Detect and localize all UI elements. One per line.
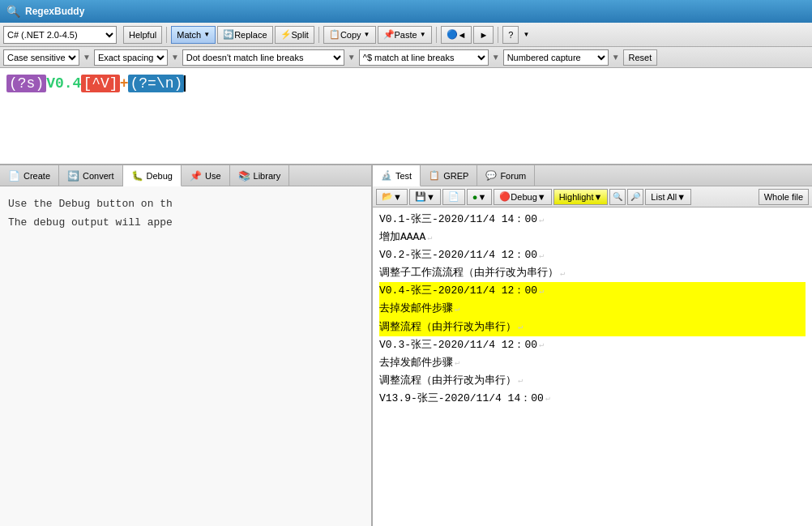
split-icon: ⚡	[280, 29, 292, 40]
split-button[interactable]: ⚡ Split	[275, 26, 314, 44]
separator3	[436, 27, 437, 43]
list-item: V13.9-张三-2020/11/4 14：00↵	[379, 390, 806, 408]
whole-file-button[interactable]: Whole file	[759, 189, 809, 205]
run-button[interactable]: ●▼	[467, 189, 493, 205]
toolbar-options: Case sensitive ▼ Exact spacing ▼ Dot doe…	[0, 47, 812, 68]
regex-content: (?s)V0.4[^V]+(?=\n)	[6, 75, 806, 92]
list-item: 去掉发邮件步骤↵	[379, 354, 806, 372]
file-save-button[interactable]: 💾▼	[409, 189, 441, 205]
case-select[interactable]: Case sensitive	[3, 49, 79, 66]
file-open-icon: 📂	[382, 191, 393, 202]
help-button[interactable]: ?	[502, 26, 519, 44]
tab-forum[interactable]: 💬 Forum	[477, 165, 535, 186]
tab-convert[interactable]: 🔄 Convert	[59, 165, 123, 186]
title-bar: 🔍 RegexBuddy	[0, 0, 812, 23]
right-panel: 🔬 Test 📋 GREP 💬 Forum 📂▼ 💾▼ 📄	[373, 165, 812, 526]
nav-prev-button[interactable]: 🔵 ◄	[441, 26, 472, 44]
list-item: V0.2-张三-2020/11/4 12：00↵	[379, 246, 806, 264]
tab-debug[interactable]: 🐛 Debug	[123, 165, 182, 186]
replace-button[interactable]: 🔄 Replace	[217, 26, 272, 44]
file-new-button[interactable]: 📄	[442, 189, 465, 205]
highlight-button[interactable]: Highlight▼	[553, 189, 609, 205]
replace-icon: 🔄	[223, 29, 234, 40]
paste-button[interactable]: 📌 Paste ▼	[378, 26, 432, 44]
helpful-button[interactable]: Helpful	[123, 26, 162, 44]
line-end-marker: ↵	[518, 374, 523, 387]
dot-select[interactable]: Dot doesn't match line breaks	[182, 49, 344, 66]
separator2	[318, 27, 319, 43]
tab-use[interactable]: 📌 Use	[182, 165, 230, 186]
separator4	[498, 27, 498, 43]
list-item: 去掉发邮件步骤↵	[379, 300, 806, 318]
capture-select[interactable]: Numbered capture	[503, 49, 609, 66]
right-toolbar: 📂▼ 💾▼ 📄 ●▼ 🔴 Debug▼ Highlight▼ 🔍	[373, 186, 812, 207]
list-item: 增加AAAA↵	[379, 229, 806, 246]
zoom-in-button[interactable]: 🔍	[609, 189, 626, 205]
test-content[interactable]: V0.1-张三-2020/11/4 14：00↵增加AAAA↵V0.2-张三-2…	[373, 207, 812, 526]
debug-line2: The debug output will appe	[8, 213, 363, 232]
line-end-marker: ↵	[539, 249, 544, 263]
magnify-plus-icon: 🔍	[613, 192, 622, 201]
breaks-select[interactable]: ^$ match at line breaks	[359, 49, 489, 66]
regex-plus: +	[120, 75, 129, 92]
file-new-icon: 📄	[448, 191, 459, 202]
regex-flag: (?s)	[6, 75, 46, 92]
spacing-select[interactable]: Exact spacing	[94, 49, 168, 66]
debug-run-button[interactable]: 🔴 Debug▼	[494, 189, 551, 205]
run-icon: ●	[472, 192, 478, 202]
debug-icon: 🐛	[131, 170, 143, 182]
list-item: 调整流程（由并行改为串行）↵	[379, 372, 806, 390]
nav-next-button[interactable]: ►	[473, 26, 494, 44]
app-title: RegexBuddy	[25, 6, 84, 17]
copy-icon: 📋	[329, 29, 340, 40]
test-icon: 🔬	[381, 170, 392, 181]
tab-create[interactable]: 📄 Create	[0, 165, 59, 186]
convert-icon: 🔄	[67, 170, 79, 182]
list-item: V0.1-张三-2020/11/4 14：00↵	[379, 211, 806, 229]
right-tabs: 🔬 Test 📋 GREP 💬 Forum	[373, 165, 812, 186]
line-end-marker: ↵	[455, 302, 459, 316]
list-item: V0.4-张三-2020/11/4 12：00↵	[379, 282, 806, 300]
regex-lookahead: (?=\n)	[128, 75, 184, 92]
use-icon: 📌	[190, 170, 202, 182]
create-icon: 📄	[8, 170, 20, 182]
line-end-marker: ↵	[539, 213, 544, 227]
line-end-marker: ↵	[560, 267, 565, 280]
line-end-marker: ↵	[539, 284, 544, 298]
file-open-button[interactable]: 📂▼	[376, 189, 408, 205]
tab-library[interactable]: 📚 Library	[230, 165, 290, 186]
app-icon: 🔍	[6, 5, 20, 18]
magnify-minus-icon: 🔎	[630, 192, 640, 201]
debug-line1: Use the Debug button on th	[8, 195, 363, 213]
grep-icon: 📋	[429, 170, 440, 181]
match-button[interactable]: Match ▼	[171, 26, 216, 44]
zoom-out-button[interactable]: 🔎	[627, 189, 643, 205]
file-save-icon: 💾	[415, 191, 426, 202]
copy-button[interactable]: 📋 Copy ▼	[323, 26, 376, 44]
line-end-marker: ↵	[455, 356, 459, 370]
tab-test[interactable]: 🔬 Test	[373, 165, 421, 186]
language-select[interactable]: C# (.NET 2.0-4.5)	[3, 26, 117, 44]
debug-content: Use the Debug button on th The debug out…	[0, 186, 371, 526]
reset-button[interactable]: Reset	[623, 49, 658, 66]
regex-bracket: [^V]	[81, 75, 119, 92]
library-icon: 📚	[238, 170, 250, 182]
separator	[166, 27, 167, 43]
paste-icon: 📌	[383, 29, 395, 40]
list-all-button[interactable]: List All▼	[645, 189, 691, 205]
match-label: Match	[177, 30, 201, 40]
match-arrow: ▼	[203, 31, 210, 38]
tab-grep[interactable]: 📋 GREP	[421, 165, 477, 186]
line-end-marker: ↵	[539, 338, 544, 352]
left-panel: 📄 Create 🔄 Convert 🐛 Debug 📌 Use 📚 Libra…	[0, 165, 373, 526]
regex-v04: V0.4	[46, 75, 81, 92]
list-item: V0.3-张三-2020/11/4 12：00↵	[379, 336, 806, 354]
debug-run-icon: 🔴	[499, 191, 511, 202]
line-end-marker: ↵	[427, 231, 432, 245]
line-end-marker: ↵	[545, 391, 550, 405]
bottom-panel: 📄 Create 🔄 Convert 🐛 Debug 📌 Use 📚 Libra…	[0, 165, 812, 526]
left-tabs: 📄 Create 🔄 Convert 🐛 Debug 📌 Use 📚 Libra…	[0, 165, 371, 186]
cursor	[184, 75, 186, 92]
line-end-marker: ↵	[518, 320, 523, 334]
regex-editor[interactable]: (?s)V0.4[^V]+(?=\n)	[0, 68, 812, 165]
